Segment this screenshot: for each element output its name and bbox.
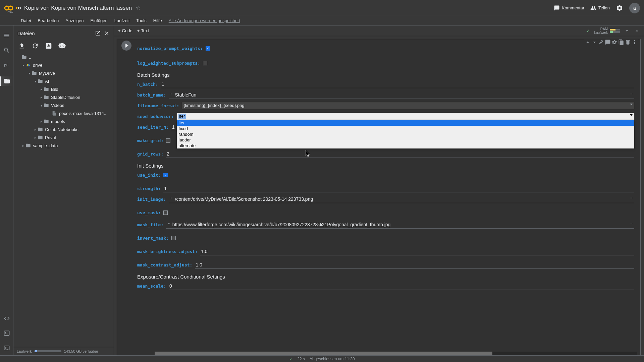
- menubar: Datei Bearbeiten Anzeigen Einfügen Laufz…: [0, 16, 644, 25]
- hdr-init: Init Settings: [137, 163, 634, 169]
- chk-log[interactable]: [203, 61, 207, 65]
- run-button[interactable]: [121, 41, 131, 51]
- inp-maskfile[interactable]: [172, 221, 629, 228]
- left-rail: {x} >_: [0, 25, 13, 355]
- save-status[interactable]: Alle Änderungen wurden gespeichert: [169, 18, 240, 23]
- lbl-maskfile: mask_file:: [137, 222, 163, 227]
- lbl-log: log_weighted_subprompts:: [137, 61, 200, 66]
- search-icon[interactable]: [3, 47, 10, 54]
- folder-icon[interactable]: [4, 78, 10, 84]
- inp-nbatch[interactable]: [161, 80, 634, 88]
- tree-colab[interactable]: ▸Colab Notebooks: [15, 125, 112, 133]
- mount-drive-icon[interactable]: [45, 42, 52, 50]
- seed-behavior-dropdown[interactable]: iter fixed random ladder alternate: [177, 120, 634, 148]
- variables-icon[interactable]: {x}: [3, 62, 10, 68]
- sel-seedbeh[interactable]: iter: [177, 113, 634, 120]
- refresh-icon[interactable]: [32, 42, 39, 50]
- horizontal-scrollbar[interactable]: [155, 352, 637, 355]
- star-icon[interactable]: ☆: [136, 5, 141, 11]
- disk-usage: Laufwerk 143.50 GB verfügbar: [13, 347, 114, 355]
- file-tree[interactable]: .. ▾drive ▾MyDrive ▾AI ▸Bild ▸StableDiff…: [13, 52, 114, 347]
- status-done: Abgeschlossen um 11:39: [310, 357, 355, 361]
- tree-models[interactable]: ▸models: [15, 117, 112, 125]
- comment-button[interactable]: Kommentar: [554, 5, 584, 11]
- chk-usemask[interactable]: [163, 210, 168, 215]
- chk-normalize[interactable]: [206, 46, 210, 51]
- tree-videos[interactable]: ▾Videos: [15, 101, 112, 109]
- menu-einfuegen[interactable]: Einfügen: [90, 18, 107, 23]
- toc-icon[interactable]: [3, 32, 10, 39]
- tree-up[interactable]: ..: [15, 53, 112, 61]
- runtime-dropdown-icon[interactable]: [624, 28, 630, 34]
- close-icon[interactable]: [104, 30, 110, 36]
- lbl-maskbright: mask_brightness_adjust:: [137, 249, 198, 254]
- lbl-filename: filename_format:: [137, 103, 179, 108]
- dd-fixed[interactable]: fixed: [177, 126, 634, 131]
- menu-datei[interactable]: Datei: [21, 18, 31, 23]
- lbl-normalize: normalize_prompt_weights:: [137, 46, 203, 51]
- dd-random[interactable]: random: [177, 131, 634, 137]
- share-button[interactable]: Teilen: [590, 5, 610, 11]
- add-code-button[interactable]: +Code: [118, 28, 132, 33]
- tree-mydrive[interactable]: ▾MyDrive: [15, 69, 112, 77]
- dd-alternate[interactable]: alternate: [177, 143, 634, 148]
- hdr-exposure: Exposure/Contrast Conditional Settings: [137, 274, 634, 280]
- inp-gridrows[interactable]: [166, 150, 634, 158]
- svg-rect-5: [4, 331, 9, 335]
- status-time: 22 s: [297, 357, 305, 361]
- menu-hilfe[interactable]: Hilfe: [153, 18, 162, 23]
- inp-maskcontrast[interactable]: [195, 261, 634, 269]
- hide-icon[interactable]: [58, 42, 66, 50]
- inp-strength[interactable]: [163, 185, 634, 192]
- dd-ladder[interactable]: ladder: [177, 137, 634, 143]
- collapse-icon[interactable]: [634, 28, 640, 34]
- lbl-meanscale: mean_scale:: [137, 284, 166, 289]
- share-label: Teilen: [598, 5, 610, 10]
- wrap-initimage[interactable]: "": [169, 195, 634, 203]
- gear-icon[interactable]: [616, 4, 623, 12]
- svg-text:{x}: {x}: [4, 63, 8, 67]
- inp-initimage[interactable]: [174, 195, 629, 203]
- inp-batchname[interactable]: [174, 91, 629, 99]
- pro-badge: PRO: [7, 10, 13, 13]
- chk-invertmask[interactable]: [171, 236, 176, 240]
- ram-indicator[interactable]: RAM Laufwerk: [594, 27, 620, 35]
- tree-sd[interactable]: ▸StableDiffusion: [15, 93, 112, 101]
- menu-laufzeit[interactable]: Laufzeit: [114, 18, 130, 23]
- upload-icon[interactable]: [18, 42, 25, 50]
- tree-ai[interactable]: ▾AI: [15, 77, 112, 85]
- tree-sample[interactable]: ▸sample_data: [15, 141, 112, 149]
- inp-meanscale[interactable]: [169, 282, 634, 290]
- menu-bearbeiten[interactable]: Bearbeiten: [38, 18, 59, 23]
- popout-icon[interactable]: [95, 30, 101, 36]
- inp-maskbright[interactable]: [200, 248, 634, 255]
- lbl-useinit: use_init:: [137, 173, 161, 178]
- wrap-maskfile[interactable]: "": [166, 221, 634, 229]
- chk-useinit[interactable]: [163, 173, 168, 177]
- tree-privat[interactable]: ▸Privat: [15, 133, 112, 141]
- menu-tools[interactable]: Tools: [136, 18, 146, 23]
- menu-anzeigen[interactable]: Anzeigen: [65, 18, 84, 23]
- lbl-seeditern: seed_iter_N:: [137, 125, 169, 130]
- tree-drive[interactable]: ▾drive: [15, 61, 112, 69]
- tree-bild[interactable]: ▸Bild: [15, 85, 112, 93]
- tree-pexels[interactable]: pexels-maxi-leiva-1314...: [15, 109, 112, 117]
- chk-makegrid[interactable]: [166, 138, 170, 143]
- lbl-strength: strength:: [137, 186, 161, 191]
- add-text-button[interactable]: +Text: [137, 28, 149, 33]
- command-icon[interactable]: >_: [3, 345, 10, 351]
- file-panel-title: Dateien: [17, 31, 95, 36]
- doc-title[interactable]: Kopie von Kopie von Mensch altern lassen: [24, 5, 132, 11]
- svg-point-3: [18, 7, 20, 9]
- lbl-invertmask: invert_mask:: [137, 236, 169, 241]
- statusbar: ✓ 22 s Abgeschlossen um 11:39: [0, 355, 644, 362]
- lbl-maskcontrast: mask_contrast_adjust:: [137, 262, 192, 267]
- wrap-batchname[interactable]: "": [169, 91, 634, 99]
- avatar[interactable]: a: [629, 3, 640, 13]
- sel-filename[interactable]: {timestring}_{index}_{seed}.png: [182, 102, 634, 109]
- terminal-icon[interactable]: [3, 330, 10, 337]
- dd-iter[interactable]: iter: [177, 120, 634, 126]
- comment-label: Kommentar: [562, 5, 584, 10]
- code-icon[interactable]: [3, 315, 10, 322]
- file-panel: Dateien .. ▾drive ▾MyDrive ▾AI ▸Bild ▸St…: [13, 25, 114, 355]
